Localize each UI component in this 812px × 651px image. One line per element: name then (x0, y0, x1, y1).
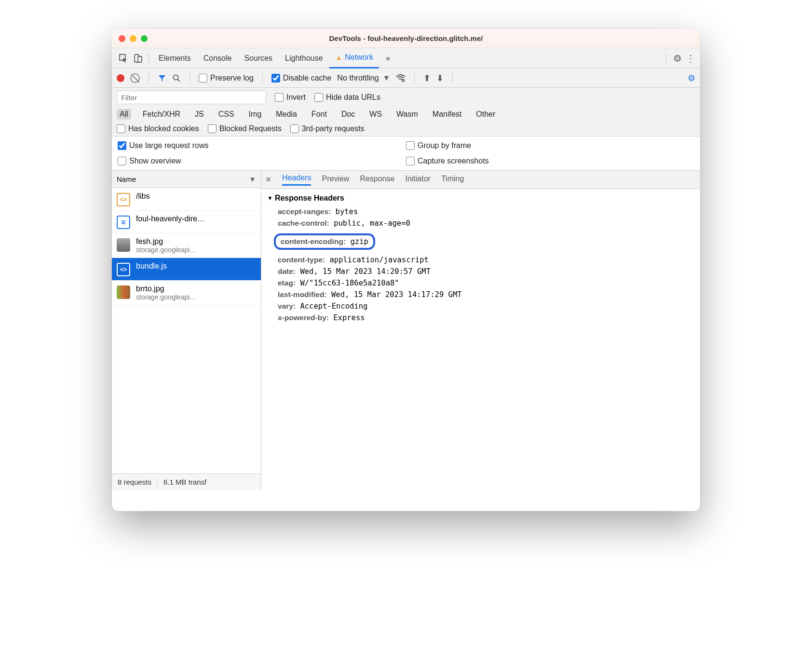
filter-input[interactable] (117, 91, 266, 104)
large-request-rows-checkbox[interactable]: Use large request rows (118, 141, 406, 150)
header-value: application/javascript (330, 256, 429, 264)
header-key: etag: (278, 279, 296, 287)
request-row[interactable]: brrto.jpgstorage.googleapi… (112, 281, 261, 305)
download-har-icon[interactable]: ⬇ (436, 73, 444, 83)
maximize-window-button[interactable] (141, 35, 148, 42)
headers-panel: ▼ Response Headers accept-ranges: bytesc… (261, 189, 700, 330)
chevron-down-icon: ▼ (249, 175, 256, 183)
type-filter-ws[interactable]: WS (366, 109, 385, 120)
svg-line-4 (178, 79, 180, 81)
blocked-requests-checkbox[interactable]: Blocked Requests (208, 124, 282, 133)
svg-point-3 (174, 75, 178, 80)
network-settings-icon[interactable]: ⚙ (688, 73, 695, 83)
titlebar: DevTools - foul-heavenly-direction.glitc… (112, 29, 700, 48)
header-key: cache-control: (278, 219, 329, 227)
detail-tab-response[interactable]: Response (360, 175, 394, 185)
disable-cache-label: Disable cache (283, 74, 332, 82)
separator (414, 73, 415, 83)
detail-tab-headers[interactable]: Headers (282, 174, 311, 186)
preserve-log-checkbox[interactable]: Preserve log (199, 74, 254, 82)
minimize-window-button[interactable] (130, 35, 136, 42)
type-filter-media[interactable]: Media (273, 109, 300, 120)
type-filter-fetchxhr[interactable]: Fetch/XHR (140, 109, 183, 120)
header-key: x-powered-by: (278, 313, 329, 322)
hide-data-urls-checkbox[interactable]: Hide data URLs (314, 93, 380, 102)
header-value: Accept-Encoding (300, 302, 367, 311)
response-header-row: content-encoding: gzip (274, 233, 375, 250)
request-name: foul-heavenly-dire… (136, 215, 205, 223)
type-filter-wasm[interactable]: Wasm (393, 109, 421, 120)
group-by-frame-checkbox[interactable]: Group by frame (406, 141, 694, 150)
third-party-requests-checkbox[interactable]: 3rd-party requests (290, 124, 365, 133)
type-filter-font[interactable]: Font (309, 109, 330, 120)
capture-screenshots-checkbox[interactable]: Capture screenshots (406, 157, 694, 165)
request-list-header[interactable]: Name ▼ (112, 171, 261, 188)
request-name: brrto.jpg (136, 285, 196, 293)
type-filter-css[interactable]: CSS (216, 109, 237, 120)
search-icon[interactable] (172, 74, 181, 82)
settings-gear-icon[interactable]: ⚙ (673, 53, 682, 64)
type-filter-js[interactable]: JS (192, 109, 207, 120)
disable-cache-checkbox[interactable]: Disable cache (271, 74, 332, 82)
header-value: Wed, 15 Mar 2023 14:17:29 GMT (331, 290, 462, 299)
response-header-row: last-modified: Wed, 15 Mar 2023 14:17:29… (278, 290, 694, 299)
header-key: content-type: (278, 256, 325, 264)
record-button[interactable] (117, 74, 124, 82)
upload-har-icon[interactable]: ⬆ (423, 73, 431, 83)
tab-sources[interactable]: Sources (238, 48, 278, 68)
close-window-button[interactable] (119, 35, 125, 42)
request-name: /libs (136, 192, 149, 201)
show-overview-checkbox[interactable]: Show overview (118, 157, 406, 165)
request-row[interactable]: fesh.jpgstorage.googleapi… (112, 233, 261, 258)
type-filter-img[interactable]: Img (246, 109, 265, 120)
header-value: gzip (351, 237, 368, 246)
response-header-row: vary: Accept-Encoding (278, 302, 694, 311)
response-header-row: etag: W/"15cc63-186e5a210a8" (278, 279, 694, 287)
response-headers-section[interactable]: ▼ Response Headers (267, 194, 694, 203)
filter-icon[interactable] (158, 74, 166, 82)
request-count: 8 requests (112, 478, 158, 486)
network-panel-body: Name ▼ <>/libsfoul-heavenly-dire…fesh.jp… (112, 171, 700, 490)
request-row[interactable]: <>bundle.js (112, 258, 261, 281)
detail-tab-bar: ✕ Headers Preview Response Initiator Tim… (261, 171, 700, 189)
window-title: DevTools - foul-heavenly-direction.glitc… (112, 34, 700, 42)
network-conditions-icon[interactable] (396, 74, 406, 82)
tab-network[interactable]: ▲ Network (329, 48, 379, 68)
separator (452, 73, 453, 83)
type-filter-other[interactable]: Other (473, 109, 498, 120)
separator (262, 73, 263, 83)
request-list: Name ▼ <>/libsfoul-heavenly-dire…fesh.jp… (112, 171, 261, 490)
close-detail-icon[interactable]: ✕ (265, 175, 271, 184)
invert-checkbox[interactable]: Invert (275, 93, 306, 102)
type-filter-doc[interactable]: Doc (338, 109, 358, 120)
header-value: Wed, 15 Mar 2023 14:20:57 GMT (300, 267, 431, 276)
request-row[interactable]: foul-heavenly-dire… (112, 211, 261, 233)
separator (666, 53, 666, 64)
device-toggle-icon[interactable] (131, 52, 145, 65)
header-value: Express (333, 313, 365, 322)
svg-rect-2 (138, 56, 142, 62)
tab-console[interactable]: Console (198, 48, 238, 68)
detail-tab-preview[interactable]: Preview (322, 175, 349, 185)
request-origin: storage.googleapi… (136, 293, 196, 301)
detail-tab-initiator[interactable]: Initiator (405, 175, 430, 185)
type-filter-manifest[interactable]: Manifest (430, 109, 464, 120)
inspect-element-icon[interactable] (117, 52, 130, 65)
tab-elements[interactable]: Elements (153, 48, 197, 68)
throttling-select[interactable]: No throttling ▼ (337, 74, 390, 82)
header-key: date: (278, 267, 296, 275)
has-blocked-cookies-checkbox[interactable]: Has blocked cookies (117, 124, 199, 133)
detail-tab-timing[interactable]: Timing (441, 175, 464, 185)
kebab-menu-icon[interactable]: ⋮ (686, 53, 695, 64)
disclosure-triangle-icon: ▼ (267, 195, 273, 202)
tabs-overflow[interactable]: » (380, 48, 396, 68)
clear-button[interactable] (130, 73, 140, 83)
tab-lighthouse[interactable]: Lighthouse (279, 48, 328, 68)
filter-bar: Invert Hide data URLs AllFetch/XHRJSCSSI… (112, 88, 700, 136)
type-filter-all[interactable]: All (117, 109, 131, 120)
tab-network-label: Network (345, 53, 373, 62)
request-row[interactable]: <>/libs (112, 188, 261, 211)
transfer-size: 6.1 MB transf (158, 478, 212, 486)
network-options: Use large request rows Group by frame Sh… (112, 136, 700, 171)
request-name: fesh.jpg (136, 237, 196, 246)
